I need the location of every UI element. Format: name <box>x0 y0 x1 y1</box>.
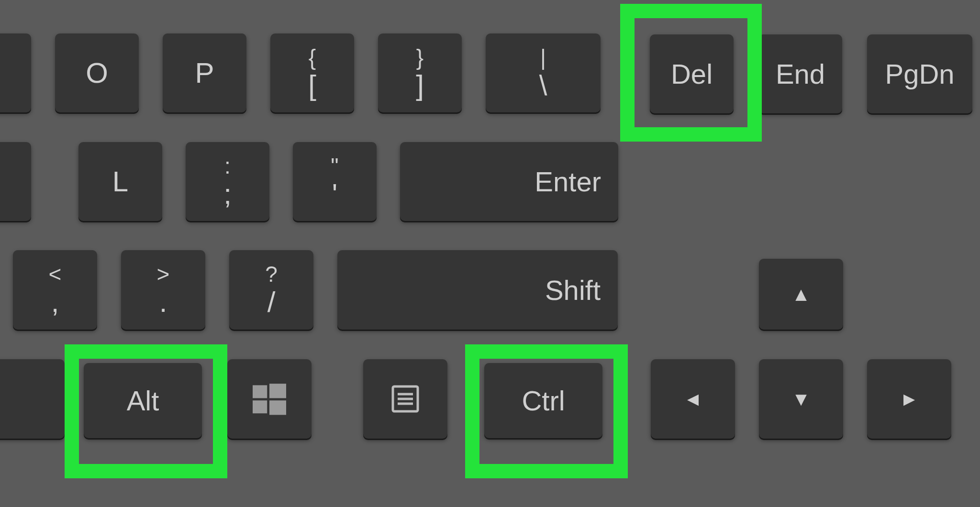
key-semicolon[interactable]: : ; <box>186 142 269 221</box>
svg-rect-0 <box>253 385 267 398</box>
key-end[interactable]: End <box>758 34 842 113</box>
key-upper: ? <box>265 263 278 285</box>
key-upper: > <box>157 263 170 285</box>
key-arrow-left[interactable]: ◄ <box>651 359 735 439</box>
key-menu[interactable] <box>363 359 447 439</box>
key-label: O <box>86 56 108 89</box>
key-label: P <box>195 56 214 89</box>
key-upper: < <box>49 263 62 285</box>
key-period[interactable]: > . <box>121 250 205 330</box>
key-p[interactable]: P <box>163 33 246 112</box>
key-lower: [ <box>308 71 316 100</box>
key-arrow-right[interactable]: ► <box>867 359 951 439</box>
key-comma[interactable]: < , <box>13 250 97 330</box>
key-upper: " <box>331 155 338 177</box>
key-alt[interactable]: Alt <box>84 363 202 438</box>
key-label: PgDn <box>885 58 954 90</box>
key-left-bracket[interactable]: { [ <box>270 33 354 112</box>
key-lower: / <box>267 288 276 317</box>
windows-icon <box>253 382 286 416</box>
key-right-bracket[interactable]: } ] <box>378 33 462 112</box>
key-windows[interactable] <box>227 359 312 439</box>
key-lower: . <box>159 288 167 317</box>
key-lower: ] <box>416 71 424 100</box>
key-ctrl[interactable]: Ctrl <box>484 363 602 438</box>
arrow-left-icon: ◄ <box>683 388 702 410</box>
svg-rect-1 <box>269 384 286 398</box>
key-shift[interactable]: Shift <box>337 250 618 330</box>
key-label: Alt <box>127 385 159 417</box>
arrow-up-icon: ▲ <box>791 284 811 305</box>
key-slash[interactable]: ? / <box>229 250 313 330</box>
svg-rect-2 <box>253 400 267 413</box>
key-arrow-up[interactable]: ▲ <box>759 259 843 330</box>
key-label: Del <box>671 58 713 90</box>
key-blank-left[interactable] <box>0 359 65 439</box>
key-arrow-down[interactable]: ▼ <box>759 359 843 439</box>
key-lower: ; <box>223 180 232 209</box>
menu-icon <box>391 385 420 413</box>
key-enter[interactable]: Enter <box>400 142 618 221</box>
key-label: Ctrl <box>522 385 565 417</box>
key-upper: : <box>224 155 231 177</box>
key-label: End <box>776 58 825 90</box>
key-k[interactable]: K <box>0 142 31 221</box>
key-del[interactable]: Del <box>650 34 734 113</box>
key-o[interactable]: O <box>55 33 139 112</box>
key-quote[interactable]: " ' <box>293 142 377 221</box>
key-upper: } <box>416 46 423 68</box>
key-l[interactable]: L <box>78 142 162 221</box>
key-upper: { <box>309 46 316 68</box>
arrow-down-icon: ▼ <box>791 388 811 410</box>
key-label: Shift <box>545 274 601 306</box>
key-label: L <box>112 165 128 198</box>
key-lower: ' <box>332 180 337 209</box>
key-backslash[interactable]: | \ <box>486 33 601 112</box>
arrow-right-icon: ► <box>900 388 919 410</box>
key-pgdn[interactable]: PgDn <box>867 34 972 113</box>
key-upper: | <box>540 46 546 68</box>
key-lower: \ <box>539 71 547 100</box>
key-lower: , <box>51 288 59 317</box>
svg-rect-3 <box>269 400 286 415</box>
key-label: Enter <box>535 165 601 198</box>
key-i[interactable]: I <box>0 33 31 112</box>
